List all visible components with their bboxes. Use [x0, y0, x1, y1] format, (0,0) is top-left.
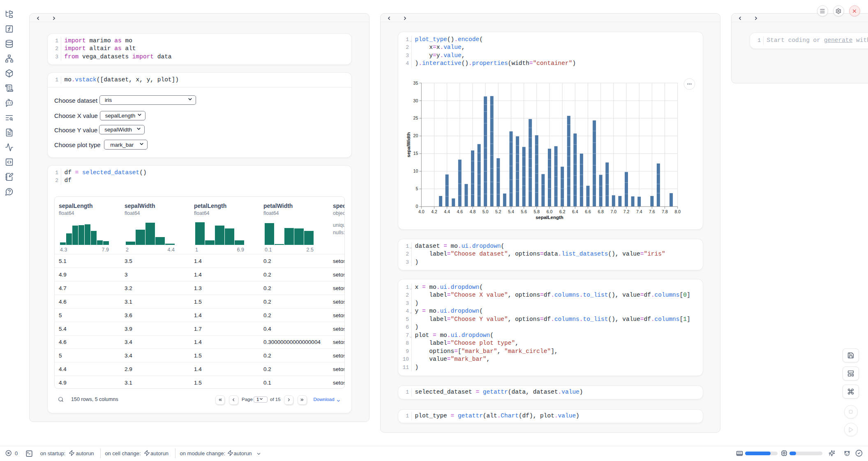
svg-text:7.6: 7.6	[649, 209, 655, 214]
svg-text:4.4: 4.4	[444, 209, 450, 214]
svg-text:5.6: 5.6	[521, 209, 527, 214]
svg-text:0: 0	[416, 204, 418, 209]
svg-text:4.8: 4.8	[470, 209, 476, 214]
svg-text:7.0: 7.0	[610, 209, 616, 214]
svg-text:30: 30	[413, 98, 418, 103]
svg-text:7.8: 7.8	[662, 209, 668, 214]
svg-text:6.4: 6.4	[572, 209, 578, 214]
svg-text:4.2: 4.2	[431, 209, 437, 214]
svg-text:35: 35	[413, 81, 418, 85]
svg-text:10: 10	[413, 168, 418, 173]
svg-text:5.4: 5.4	[508, 209, 514, 214]
svg-text:8.0: 8.0	[674, 209, 681, 214]
svg-text:6.8: 6.8	[598, 209, 604, 214]
svg-text:5.8: 5.8	[533, 209, 540, 214]
svg-text:sepalLength: sepalLength	[536, 215, 563, 220]
svg-text:7.2: 7.2	[623, 209, 630, 214]
svg-text:25: 25	[413, 115, 418, 120]
svg-text:6.0: 6.0	[547, 209, 553, 214]
svg-text:6.6: 6.6	[585, 209, 591, 214]
svg-text:4.6: 4.6	[457, 209, 463, 214]
svg-text:5.2: 5.2	[495, 209, 501, 214]
svg-text:6.2: 6.2	[559, 209, 566, 214]
svg-text:sepalWidth: sepalWidth	[406, 132, 411, 157]
svg-text:5.0: 5.0	[482, 209, 489, 214]
svg-text:5: 5	[416, 186, 418, 191]
svg-text:15: 15	[413, 151, 418, 156]
svg-text:4.0: 4.0	[418, 209, 425, 214]
svg-text:20: 20	[413, 133, 418, 138]
svg-text:7.4: 7.4	[636, 209, 642, 214]
